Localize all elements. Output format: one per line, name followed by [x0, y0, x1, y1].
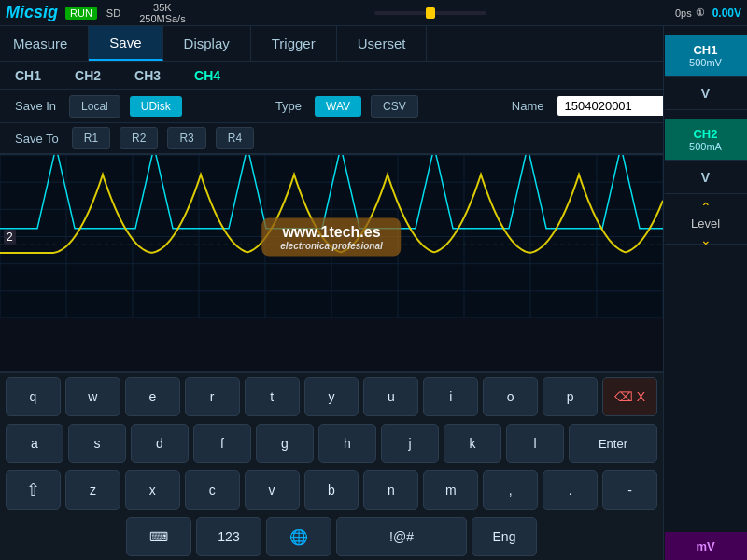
key-k[interactable]: k [444, 424, 501, 463]
scope-channel-marker: 2 [4, 230, 16, 245]
right-panel: CH1 500mV V CH2 500mA V ⌃ Level ⌄ mV [663, 26, 747, 560]
top-bar: Micsig RUN SD 35K 250MSa/s 0ps ① 0.00V [0, 0, 747, 26]
scope-and-kb: 2 www.1tech.es electronica profesional q… [0, 155, 747, 560]
trigger-offset: 0ps [675, 7, 692, 19]
key-y[interactable]: y [304, 377, 359, 416]
level-arrow-down: ⌄ [700, 232, 712, 247]
v1-button[interactable]: V [665, 77, 747, 110]
key-x[interactable]: x [125, 470, 180, 510]
channel-row: CH1 CH2 CH3 CH4 [0, 62, 747, 90]
key-s[interactable]: s [68, 424, 126, 463]
save-to-row: Save To R1 R2 R3 R4 [0, 123, 747, 155]
r4-button[interactable]: R4 [216, 127, 254, 149]
ch1-panel-label: CH1 [693, 43, 717, 57]
timebase-info: 35K 250MSa/s [139, 2, 186, 24]
udisk-button[interactable]: UDisk [130, 96, 182, 117]
level-label: Level [691, 217, 720, 231]
level-arrow-up: ⌃ [700, 200, 712, 215]
filename-input[interactable] [557, 96, 669, 116]
time-slider-track[interactable] [374, 11, 486, 15]
main-layout: Measure Save Display Trigger Userset CH1… [0, 26, 747, 560]
key-n[interactable]: n [363, 470, 418, 510]
key-123[interactable]: 123 [196, 517, 261, 556]
ch1-select[interactable]: CH1 [15, 68, 41, 83]
key-special-chars[interactable]: !@# [336, 517, 467, 556]
key-enter[interactable]: Enter [569, 424, 657, 463]
key-dash[interactable]: - [602, 470, 657, 510]
ch2-panel-sub: 500mA [689, 141, 722, 152]
name-label: Name [512, 99, 544, 113]
r3-button[interactable]: R3 [167, 127, 205, 149]
kb-row-4: ⌨ 123 🌐 !@# Eng [0, 513, 663, 560]
local-button[interactable]: Local [69, 95, 120, 118]
ch1-panel-button[interactable]: CH1 500mV [665, 35, 747, 77]
ch4-select[interactable]: CH4 [194, 68, 220, 83]
key-backspace[interactable]: ⌫ X [602, 377, 657, 416]
mv-button[interactable]: mV [665, 532, 747, 560]
key-t[interactable]: t [245, 377, 300, 416]
level-button[interactable]: ⌃ Level ⌄ [665, 203, 747, 245]
ch1-panel-sub: 500mV [689, 57, 722, 68]
key-h[interactable]: h [318, 424, 376, 463]
trigger-icon: ① [696, 7, 705, 19]
wav-button[interactable]: WAV [315, 96, 361, 117]
save-in-row: Save In Local UDisk Type WAV CSV Name sa… [0, 90, 747, 123]
key-i[interactable]: i [423, 377, 478, 416]
logo: Micsig [6, 3, 58, 22]
key-u[interactable]: u [363, 377, 418, 416]
key-z[interactable]: z [65, 470, 120, 510]
key-eng[interactable]: Eng [472, 517, 537, 556]
tab-save[interactable]: Save [89, 26, 162, 61]
key-m[interactable]: m [423, 470, 478, 510]
ch3-select[interactable]: CH3 [134, 68, 161, 83]
key-l[interactable]: l [506, 424, 564, 463]
left-content: Measure Save Display Trigger Userset CH1… [0, 26, 747, 560]
key-d[interactable]: d [131, 424, 189, 463]
key-comma[interactable]: , [483, 470, 538, 510]
kb-row-1: q w e r t y u i o p ⌫ X [0, 373, 663, 420]
nav-tabs: Measure Save Display Trigger Userset [0, 26, 747, 62]
key-shift[interactable]: ⇧ [6, 470, 61, 510]
key-q[interactable]: q [6, 377, 61, 416]
key-w[interactable]: w [65, 377, 120, 416]
r2-button[interactable]: R2 [120, 127, 158, 149]
kb-row-3: ⇧ z x c v b n m , . - [0, 467, 663, 513]
key-period[interactable]: . [543, 470, 598, 510]
scope-canvas [0, 155, 663, 318]
time-slider-thumb[interactable] [426, 7, 435, 19]
csv-button[interactable]: CSV [371, 95, 418, 118]
key-p[interactable]: p [543, 377, 598, 416]
key-v[interactable]: v [245, 470, 300, 510]
freq-value: 35K [153, 2, 172, 13]
keyboard: q w e r t y u i o p ⌫ X a s d f [0, 371, 663, 560]
tab-display[interactable]: Display [163, 26, 251, 61]
key-f[interactable]: f [193, 424, 251, 463]
ch2-panel-button[interactable]: CH2 500mA [665, 119, 747, 161]
key-globe[interactable]: 🌐 [266, 517, 331, 556]
key-g[interactable]: g [256, 424, 314, 463]
scope-area: 2 www.1tech.es electronica profesional [0, 155, 663, 318]
key-a[interactable]: a [6, 424, 63, 463]
r1-button[interactable]: R1 [72, 127, 110, 149]
key-j[interactable]: j [381, 424, 439, 463]
save-in-label: Save In [15, 99, 56, 113]
key-e[interactable]: e [125, 377, 180, 416]
tab-measure[interactable]: Measure [0, 26, 89, 61]
save-to-label: Save To [15, 132, 59, 146]
key-b[interactable]: b [304, 470, 359, 510]
type-label: Type [275, 99, 302, 113]
kb-row-2: a s d f g h j k l Enter [0, 420, 663, 467]
tab-trigger[interactable]: Trigger [251, 26, 337, 61]
run-status: RUN [65, 7, 97, 20]
tab-userset[interactable]: Userset [337, 26, 428, 61]
time-slider-area[interactable] [195, 11, 666, 15]
key-keyboard[interactable]: ⌨ [126, 517, 191, 556]
key-o[interactable]: o [483, 377, 538, 416]
voltage-value: 0.00V [712, 7, 741, 20]
sdcard-label: SD [106, 7, 120, 19]
key-c[interactable]: c [185, 470, 240, 510]
ch2-select[interactable]: CH2 [75, 68, 101, 83]
samplerate-value: 250MSa/s [139, 13, 186, 24]
v2-button[interactable]: V [665, 161, 747, 194]
key-r[interactable]: r [185, 377, 240, 416]
